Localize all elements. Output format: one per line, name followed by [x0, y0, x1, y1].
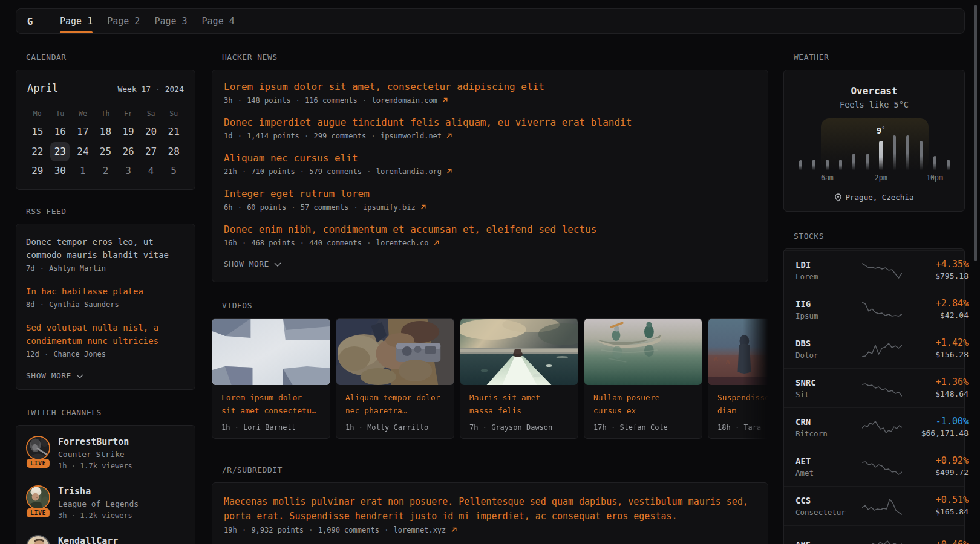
app-logo[interactable]: G [16, 9, 44, 33]
subreddit-post-title[interactable]: Maecenas mollis pulvinar erat non posuer… [224, 494, 756, 523]
stock-row[interactable]: LDI Lorem +4.35% $795.18 [784, 250, 964, 290]
stock-symbol[interactable]: SNRC [795, 377, 862, 389]
stock-row[interactable]: CRN Bitcorn -1.00% $66,171.48 [784, 407, 964, 447]
page-scrollbar[interactable] [974, 5, 977, 261]
hackernews-item-title[interactable]: Aliquam nec cursus elit [224, 152, 756, 165]
video-thumbnail[interactable] [336, 319, 454, 385]
stock-symbol[interactable]: LDI [795, 259, 862, 271]
stock-symbol[interactable]: CCS [795, 495, 862, 507]
weather-bar [947, 160, 950, 170]
stock-row[interactable]: CCS Consectetur +0.51% $165.84 [784, 486, 964, 525]
twitch-channel-category[interactable]: League of Legends [58, 498, 139, 510]
calendar-day[interactable]: 17 [71, 122, 94, 141]
weather-hourly-chart: 9° [784, 118, 964, 170]
twitch-channel-category[interactable]: Counter-Strike [58, 448, 132, 460]
twitch-channel-name[interactable]: KendallCarr [58, 535, 118, 544]
rss-item: Sed volutpat nulla nisl, a condimentum n… [26, 321, 185, 360]
rss-item-title[interactable]: Sed volutpat nulla nisl, a condimentum n… [26, 321, 185, 348]
video-card[interactable]: Suspendisse sagittis diam 18h · Tara [708, 318, 768, 439]
calendar-day[interactable]: 20 [140, 122, 163, 141]
calendar-day[interactable]: 3 [117, 161, 140, 181]
calendar-day[interactable]: 21 [162, 122, 185, 141]
calendar-day[interactable]: 19 [117, 122, 140, 141]
stock-price: $795.18 [902, 271, 969, 282]
rss-item-title[interactable]: In hac habitasse platea [26, 285, 185, 298]
video-title[interactable]: Suspendisse sagittis diam [717, 391, 768, 418]
calendar-day[interactable]: 18 [94, 122, 117, 141]
hackernews-item-title[interactable]: Donec enim nibh, condimentum et accumsan… [224, 223, 756, 236]
calendar-day[interactable]: 26 [117, 142, 140, 161]
video-title[interactable]: Aliquam tempor dolor nec pharetra… [345, 391, 445, 418]
nav-tab[interactable]: Page 4 [202, 9, 235, 33]
twitch-channel-row[interactable]: LIVE ForrestBurton Counter-Strike 1h · 1… [26, 436, 185, 471]
separator-dot: · [290, 96, 305, 105]
rss-item-title[interactable]: Donec tempor eros leo, ut commodo mauris… [26, 235, 185, 262]
stock-row[interactable]: AHS +0.46% [784, 525, 964, 544]
calendar-day[interactable]: 16 [49, 122, 72, 141]
videos-carousel[interactable]: Lorem ipsum dolor sit amet consectetu… 1… [212, 318, 768, 439]
stock-values: -1.00% $66,171.48 [902, 416, 969, 439]
twitch-list: LIVE ForrestBurton Counter-Strike 1h · 1… [26, 436, 185, 544]
hackernews-show-more-button[interactable]: SHOW MORE [224, 259, 756, 270]
hackernews-item-title[interactable]: Donec imperdiet augue tincidunt felis al… [224, 116, 756, 129]
video-title[interactable]: Mauris sit amet massa felis [469, 391, 569, 418]
video-card[interactable]: Mauris sit amet massa felis 7h · Grayson… [460, 318, 578, 439]
calendar-day[interactable]: 2 [94, 161, 117, 181]
hackernews-item-title[interactable]: Integer eget rutrum lorem [224, 187, 756, 201]
nav-tab[interactable]: Page 2 [107, 9, 140, 33]
avatar [26, 436, 50, 460]
nav-tab[interactable]: Page 1 [60, 9, 93, 33]
stock-row[interactable]: IIG Ipsum +2.84% $42.04 [784, 290, 964, 329]
stock-symbol[interactable]: IIG [795, 299, 862, 310]
weather-location[interactable]: Prague, Czechia [784, 192, 964, 202]
stock-symbol[interactable]: DBS [795, 338, 862, 349]
calendar-day[interactable]: 15 [26, 122, 49, 141]
stock-price: $66,171.48 [902, 428, 969, 439]
calendar-day[interactable]: 23 [49, 142, 72, 161]
video-card[interactable]: Nullam posuere cursus ex 17h · Stefan Co… [584, 318, 702, 439]
calendar-day[interactable]: 1 [71, 161, 94, 181]
separator-dot: · [237, 239, 252, 247]
calendar-day[interactable]: 4 [140, 161, 163, 181]
stock-name: Lorem [795, 271, 862, 282]
twitch-card: LIVE ForrestBurton Counter-Strike 1h · 1… [16, 425, 195, 544]
calendar-day[interactable]: 22 [26, 142, 49, 161]
stock-symbol[interactable]: CRN [795, 416, 862, 428]
stock-values: +0.92% $499.72 [902, 455, 969, 478]
stock-change: +0.46% [902, 539, 969, 544]
calendar-day[interactable]: 25 [94, 142, 117, 161]
video-card[interactable]: Aliquam tempor dolor nec pharetra… 1h · … [336, 318, 454, 439]
calendar-day[interactable]: 5 [162, 161, 185, 181]
video-thumbnail[interactable] [708, 319, 768, 385]
stock-symbol[interactable]: AHS [795, 539, 862, 544]
video-title[interactable]: Lorem ipsum dolor sit amet consectetu… [221, 391, 321, 418]
video-thumbnail[interactable] [584, 319, 702, 385]
stock-row[interactable]: DBS Dolor +1.42% $156.28 [784, 329, 964, 368]
calendar-day[interactable]: 28 [162, 142, 185, 161]
stock-name: Dolor [795, 350, 862, 360]
video-title[interactable]: Nullam posuere cursus ex [593, 391, 693, 418]
stock-change: +1.36% [902, 377, 969, 388]
calendar-day[interactable]: 24 [71, 142, 94, 161]
calendar-day[interactable]: 29 [26, 161, 49, 181]
separator-dot: · [478, 423, 491, 432]
nav-tab-label: Page 1 [60, 16, 93, 27]
calendar-day[interactable]: 27 [140, 142, 163, 161]
video-thumbnail[interactable] [212, 319, 330, 385]
twitch-channel-row[interactable]: KendallCarr [26, 535, 185, 544]
calendar-day[interactable]: 30 [49, 161, 72, 181]
twitch-channel-name[interactable]: ForrestBurton [58, 436, 132, 448]
stock-symbol[interactable]: AET [795, 456, 862, 467]
nav-tab[interactable]: Page 3 [154, 9, 187, 33]
external-link-icon [442, 131, 452, 141]
rss-card: Donec tempor eros leo, ut commodo mauris… [16, 224, 195, 390]
twitch-channel-name[interactable]: Trisha [58, 485, 139, 497]
stock-change: +4.35% [902, 259, 969, 270]
twitch-channel-row[interactable]: LIVE Trisha League of Legends 3h · 1.2k … [26, 485, 185, 521]
stock-row[interactable]: SNRC Sit +1.36% $148.64 [784, 368, 964, 407]
hackernews-item-title[interactable]: Lorem ipsum dolor sit amet, consectetur … [224, 80, 756, 94]
video-card[interactable]: Lorem ipsum dolor sit amet consectetu… 1… [212, 318, 330, 439]
video-thumbnail[interactable] [460, 319, 578, 385]
stock-row[interactable]: AET Amet +0.92% $499.72 [784, 447, 964, 486]
rss-show-more-button[interactable]: SHOW MORE [26, 371, 185, 381]
